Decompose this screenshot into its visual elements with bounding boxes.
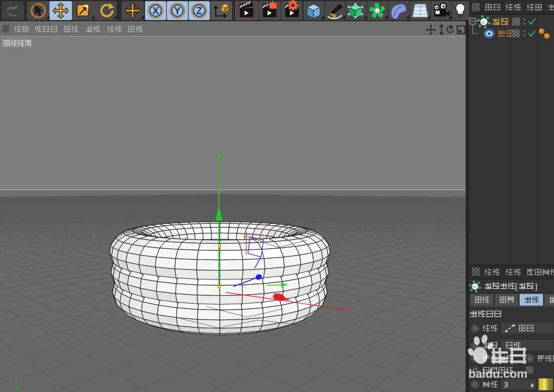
svg-text:[: [ bbox=[515, 282, 517, 291]
svg-text:X: X bbox=[152, 5, 159, 16]
svg-text:Z: Z bbox=[196, 5, 202, 16]
svg-text:baidu.com: baidu.com bbox=[469, 367, 527, 380]
svg-text:]: ] bbox=[535, 282, 537, 291]
svg-text:Y: Y bbox=[174, 5, 180, 16]
svg-text:3: 3 bbox=[504, 380, 508, 389]
svg-text:Y: Y bbox=[14, 378, 18, 384]
